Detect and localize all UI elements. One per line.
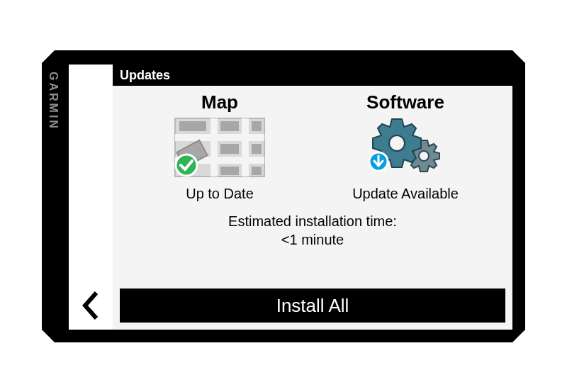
- chevron-left-icon: [82, 291, 100, 323]
- install-estimate-value: <1 minute: [281, 232, 344, 247]
- tile-map[interactable]: Map: [127, 90, 313, 202]
- svg-point-15: [419, 151, 429, 161]
- svg-rect-4: [210, 118, 218, 177]
- svg-rect-2: [175, 134, 264, 141]
- svg-rect-10: [252, 144, 262, 154]
- svg-rect-7: [220, 121, 239, 131]
- svg-rect-9: [220, 144, 239, 154]
- gear-icon: [363, 115, 448, 183]
- tile-map-title: Map: [127, 91, 313, 113]
- back-button[interactable]: [73, 287, 108, 327]
- svg-rect-5: [242, 118, 249, 177]
- install-estimate: Estimated installation time: <1 minute: [113, 212, 512, 249]
- svg-rect-8: [252, 121, 262, 131]
- svg-rect-12: [252, 167, 262, 175]
- svg-rect-6: [179, 121, 206, 131]
- install-all-button[interactable]: Install All: [120, 289, 505, 323]
- screen: Updates Map: [69, 65, 512, 330]
- tile-map-status: Up to Date: [127, 186, 313, 202]
- tile-software-title: Software: [313, 91, 498, 113]
- svg-rect-11: [220, 167, 239, 175]
- svg-point-14: [176, 155, 197, 176]
- page-title: Updates: [113, 65, 512, 86]
- svg-point-16: [389, 135, 405, 151]
- device-bezel: GARMIN Updates Map: [42, 50, 525, 342]
- content-area: Map: [113, 86, 512, 330]
- install-estimate-label: Estimated installation time:: [228, 213, 397, 229]
- tile-software[interactable]: Software: [313, 90, 498, 202]
- brand-label: GARMIN: [46, 72, 60, 157]
- left-sidebar: [69, 65, 113, 330]
- map-icon: [174, 117, 266, 181]
- tile-software-status: Update Available: [313, 186, 498, 202]
